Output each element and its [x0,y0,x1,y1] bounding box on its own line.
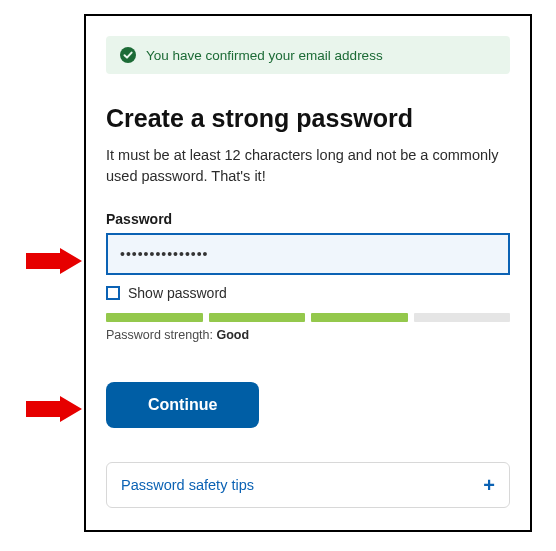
checkbox-icon [106,286,120,300]
strength-segment [209,313,306,322]
strength-segment [414,313,511,322]
strength-segment [106,313,203,322]
svg-point-2 [120,47,136,63]
pointer-arrow-password [26,248,82,274]
strength-meter [106,313,510,322]
svg-marker-0 [26,248,82,274]
show-password-label: Show password [128,285,227,301]
check-circle-icon [120,47,136,63]
page-heading: Create a strong password [106,104,510,133]
password-input-wrap [106,233,510,275]
continue-button[interactable]: Continue [106,382,259,428]
pointer-arrow-continue [26,396,82,422]
success-alert: You have confirmed your email address [106,36,510,74]
strength-segment [311,313,408,322]
page-description: It must be at least 12 characters long a… [106,145,510,187]
strength-value: Good [216,328,249,342]
password-tips-accordion[interactable]: Password safety tips + [106,462,510,508]
plus-icon: + [483,475,495,495]
strength-label: Password strength: Good [106,328,510,342]
password-tips-label: Password safety tips [121,477,254,493]
password-input[interactable] [106,233,510,275]
svg-marker-1 [26,396,82,422]
password-label: Password [106,211,510,227]
success-alert-text: You have confirmed your email address [146,48,383,63]
strength-prefix: Password strength: [106,328,216,342]
show-password-toggle[interactable]: Show password [106,285,510,301]
password-setup-card: You have confirmed your email address Cr… [84,14,532,532]
